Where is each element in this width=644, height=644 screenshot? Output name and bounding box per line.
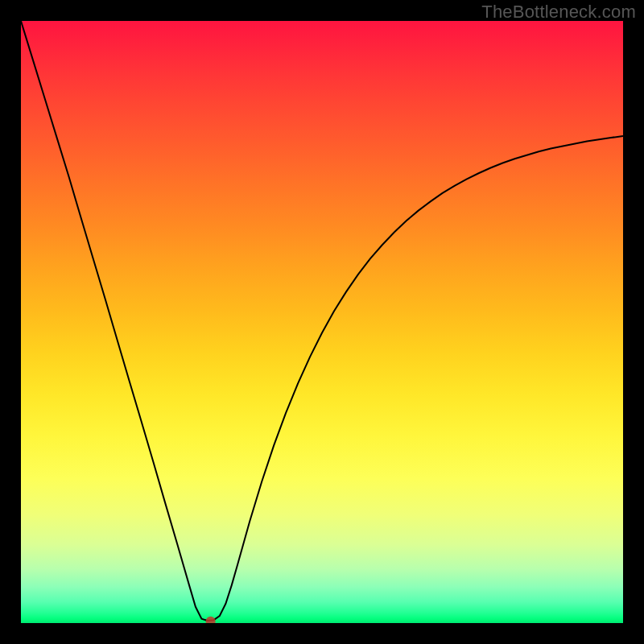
chart-frame: TheBottleneck.com xyxy=(0,0,644,644)
optimum-marker xyxy=(206,617,216,623)
plot-area xyxy=(21,21,623,623)
bottleneck-curve xyxy=(21,21,623,621)
chart-svg xyxy=(21,21,623,623)
watermark-text: TheBottleneck.com xyxy=(481,2,636,23)
